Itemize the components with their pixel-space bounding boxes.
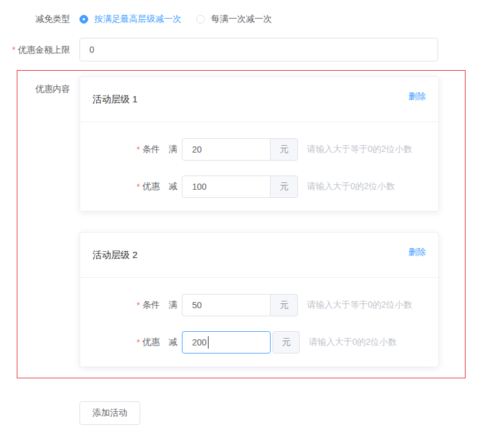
tier-card-header: 活动层级 1 删除 bbox=[80, 77, 438, 122]
field-prefix: 减 bbox=[168, 337, 177, 348]
condition-amount-input[interactable] bbox=[182, 294, 271, 316]
radio-unselected-icon[interactable] bbox=[196, 15, 205, 24]
tier-card-1: 活动层级 1 删除 * 条件 满 元 请输入大于等于0的2位小数 bbox=[79, 76, 439, 211]
unit-suffix: 元 bbox=[272, 331, 300, 354]
radio-option-label[interactable]: 每满一次减一次 bbox=[211, 14, 272, 25]
unit-suffix: 元 bbox=[271, 294, 298, 316]
radio-option-every-time[interactable]: 每满一次减一次 bbox=[196, 14, 272, 25]
discount-content-label: 优惠内容 bbox=[17, 76, 70, 95]
condition-field-row: * 条件 满 元 请输入大于等于0的2位小数 bbox=[137, 138, 426, 161]
field-hint: 请输入大于等于0的2位小数 bbox=[307, 144, 412, 155]
tier-title: 活动层级 1 bbox=[92, 94, 138, 105]
radio-selected-icon[interactable] bbox=[79, 15, 88, 24]
radio-option-label[interactable]: 按满足最高层级减一次 bbox=[94, 14, 181, 25]
tier-card-header: 活动层级 2 删除 bbox=[80, 233, 438, 278]
unit-suffix: 元 bbox=[271, 138, 298, 161]
discount-field-row: * 优惠 减 元 请输入大于0的2位小数 bbox=[137, 331, 426, 354]
discount-amount-input-focused[interactable] bbox=[182, 331, 271, 354]
discount-amount-input[interactable] bbox=[182, 176, 271, 198]
tier-card-body: * 条件 满 元 请输入大于等于0的2位小数 * 优惠 减 bbox=[80, 122, 438, 211]
add-activity-row: 添加活动 bbox=[79, 401, 504, 425]
radio-option-highest-tier[interactable]: 按满足最高层级减一次 bbox=[79, 14, 181, 25]
field-hint: 请输入大于等于0的2位小数 bbox=[307, 300, 412, 311]
required-asterisk: * bbox=[12, 45, 16, 55]
tier-card-2: 活动层级 2 删除 * 条件 满 元 请输入大于等于0的2位小数 bbox=[79, 232, 439, 367]
tier-title: 活动层级 2 bbox=[92, 249, 138, 261]
discount-field-row: * 优惠 减 元 请输入大于0的2位小数 bbox=[137, 176, 426, 198]
condition-field-row: * 条件 满 元 请输入大于等于0的2位小数 bbox=[137, 294, 426, 316]
field-label: 优惠 bbox=[142, 337, 160, 348]
required-asterisk: * bbox=[137, 300, 140, 310]
discount-input-group-focused: 元 bbox=[182, 331, 300, 354]
required-asterisk: * bbox=[137, 182, 140, 192]
discount-content-section: 优惠内容 活动层级 1 删除 * 条件 满 元 bbox=[17, 70, 466, 378]
field-label: 条件 bbox=[142, 300, 160, 311]
condition-amount-input[interactable] bbox=[182, 138, 271, 161]
field-hint: 请输入大于0的2位小数 bbox=[308, 337, 397, 348]
reduction-type-label: 减免类型 bbox=[0, 13, 70, 25]
discount-form: 减免类型 按满足最高层级减一次 每满一次减一次 *优惠金额上限 优惠内容 活动层… bbox=[0, 0, 504, 425]
max-discount-label: *优惠金额上限 bbox=[0, 44, 70, 56]
delete-tier-link[interactable]: 删除 bbox=[408, 91, 426, 102]
field-hint: 请输入大于0的2位小数 bbox=[307, 181, 395, 192]
tier-card-body: * 条件 满 元 请输入大于等于0的2位小数 * 优惠 减 bbox=[80, 278, 438, 367]
field-label: 条件 bbox=[142, 144, 160, 155]
required-asterisk: * bbox=[137, 145, 140, 154]
field-prefix: 减 bbox=[168, 181, 177, 192]
tier-list: 活动层级 1 删除 * 条件 满 元 请输入大于等于0的2位小数 bbox=[79, 76, 439, 367]
condition-input-group: 元 bbox=[182, 294, 298, 316]
reduction-type-radio-group: 按满足最高层级减一次 每满一次减一次 bbox=[79, 14, 272, 25]
discount-input-group: 元 bbox=[182, 176, 298, 198]
field-label: 优惠 bbox=[142, 181, 160, 192]
max-discount-row: *优惠金额上限 bbox=[0, 38, 504, 61]
max-discount-input[interactable] bbox=[79, 38, 438, 61]
add-activity-button[interactable]: 添加活动 bbox=[79, 401, 140, 425]
condition-input-group: 元 bbox=[182, 138, 298, 161]
field-prefix: 满 bbox=[168, 300, 177, 311]
reduction-type-row: 减免类型 按满足最高层级减一次 每满一次减一次 bbox=[0, 13, 504, 25]
delete-tier-link[interactable]: 删除 bbox=[408, 247, 426, 258]
unit-suffix: 元 bbox=[271, 176, 298, 198]
text-cursor bbox=[208, 336, 209, 349]
required-asterisk: * bbox=[137, 337, 140, 347]
field-prefix: 满 bbox=[168, 144, 177, 155]
